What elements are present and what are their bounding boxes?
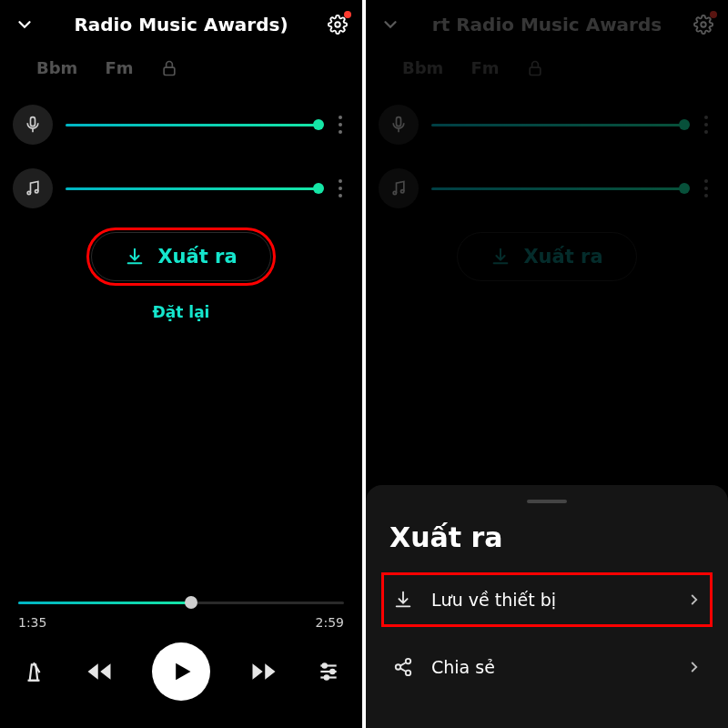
play-button[interactable] — [152, 642, 210, 701]
vocal-more-icon[interactable] — [331, 116, 349, 134]
export-section: Xuất ra — [366, 232, 728, 281]
forward-icon[interactable] — [250, 658, 278, 685]
svg-rect-2 — [31, 117, 35, 126]
mic-icon[interactable] — [13, 105, 53, 145]
export-button[interactable]: Xuất ra — [457, 232, 636, 281]
music-track — [379, 168, 715, 208]
svg-point-22 — [401, 190, 404, 193]
svg-point-0 — [335, 22, 340, 27]
svg-line-27 — [400, 668, 406, 672]
svg-marker-8 — [176, 663, 190, 681]
rewind-icon[interactable] — [86, 658, 113, 685]
key-label-1[interactable]: Bbm — [402, 58, 443, 77]
vocal-volume-slider[interactable] — [66, 114, 318, 136]
vocal-volume-slider[interactable] — [431, 114, 684, 136]
chevron-right-icon — [686, 592, 703, 608]
key-row: Bbm Fm — [0, 42, 362, 77]
time-elapsed: 1:35 — [18, 615, 46, 630]
screen-export: Radio Music Awards) Bbm Fm — [0, 0, 362, 728]
svg-point-17 — [701, 22, 706, 27]
time-total: 2:59 — [316, 615, 344, 630]
share-label: Chia sẻ — [431, 657, 670, 677]
reset-link[interactable]: Đặt lại — [153, 303, 210, 321]
metronome-icon[interactable] — [22, 660, 46, 683]
svg-point-14 — [323, 663, 327, 667]
chevron-down-icon[interactable] — [379, 13, 402, 36]
music-volume-slider[interactable] — [431, 177, 684, 199]
key-label-2[interactable]: Fm — [470, 58, 499, 77]
export-sheet: Xuất ra Lưu về thiết bị Chia sẻ — [366, 485, 728, 728]
svg-marker-9 — [265, 663, 275, 680]
chevron-down-icon[interactable] — [13, 13, 36, 36]
music-icon[interactable] — [13, 168, 53, 208]
svg-rect-18 — [531, 67, 541, 75]
lock-icon[interactable] — [160, 59, 178, 77]
share-item[interactable]: Chia sẻ — [384, 642, 710, 692]
page-title: rt Radio Music Awards — [402, 14, 692, 35]
svg-marker-10 — [252, 663, 262, 680]
download-icon — [391, 590, 415, 610]
export-button-label: Xuất ra — [157, 246, 237, 268]
svg-rect-19 — [397, 117, 401, 126]
vocal-more-icon[interactable] — [697, 116, 715, 134]
svg-point-5 — [35, 190, 38, 193]
screen-export-sheet: rt Radio Music Awards Bbm Fm — [366, 0, 728, 728]
music-more-icon[interactable] — [331, 179, 349, 197]
save-to-device-label: Lưu về thiết bị — [431, 590, 670, 610]
mixer-icon[interactable] — [317, 660, 340, 683]
player-bar: 1:35 2:59 — [0, 573, 362, 728]
svg-rect-1 — [165, 67, 176, 75]
top-bar: rt Radio Music Awards — [366, 0, 728, 42]
track-list — [366, 77, 728, 208]
seek-bar[interactable] — [18, 593, 344, 612]
music-volume-slider[interactable] — [66, 177, 318, 199]
music-more-icon[interactable] — [697, 179, 715, 197]
export-section: Xuất ra Đặt lại — [0, 232, 362, 321]
svg-point-24 — [396, 664, 401, 670]
svg-point-4 — [27, 191, 30, 194]
svg-point-16 — [325, 675, 329, 679]
page-title: Radio Music Awards) — [36, 14, 326, 35]
vocal-track — [13, 105, 349, 145]
svg-line-26 — [400, 662, 406, 666]
svg-point-15 — [330, 670, 334, 673]
key-label-1[interactable]: Bbm — [36, 58, 77, 77]
vocal-track — [379, 105, 715, 145]
lock-icon[interactable] — [526, 59, 544, 77]
svg-point-21 — [393, 191, 396, 194]
key-row: Bbm Fm — [366, 42, 728, 77]
notification-dot — [710, 11, 717, 18]
export-button[interactable]: Xuất ra — [91, 232, 270, 281]
svg-marker-7 — [100, 663, 110, 680]
download-icon — [125, 247, 145, 267]
mic-icon[interactable] — [379, 105, 419, 145]
export-button-label: Xuất ra — [523, 246, 602, 268]
top-bar: Radio Music Awards) — [0, 0, 362, 42]
key-label-2[interactable]: Fm — [105, 58, 133, 77]
music-icon[interactable] — [379, 168, 419, 208]
svg-point-23 — [406, 659, 411, 664]
music-track — [13, 168, 349, 208]
svg-point-25 — [406, 671, 411, 676]
share-icon — [391, 657, 415, 677]
sheet-title: Xuất ra — [389, 521, 710, 553]
download-icon — [490, 247, 511, 267]
save-to-device-item[interactable]: Lưu về thiết bị — [384, 575, 710, 624]
sheet-handle[interactable] — [527, 500, 567, 503]
track-list — [0, 77, 362, 208]
gear-icon[interactable] — [692, 13, 715, 36]
gear-icon[interactable] — [326, 13, 349, 36]
notification-dot — [344, 11, 351, 18]
svg-marker-6 — [87, 663, 97, 680]
chevron-right-icon — [686, 659, 703, 675]
